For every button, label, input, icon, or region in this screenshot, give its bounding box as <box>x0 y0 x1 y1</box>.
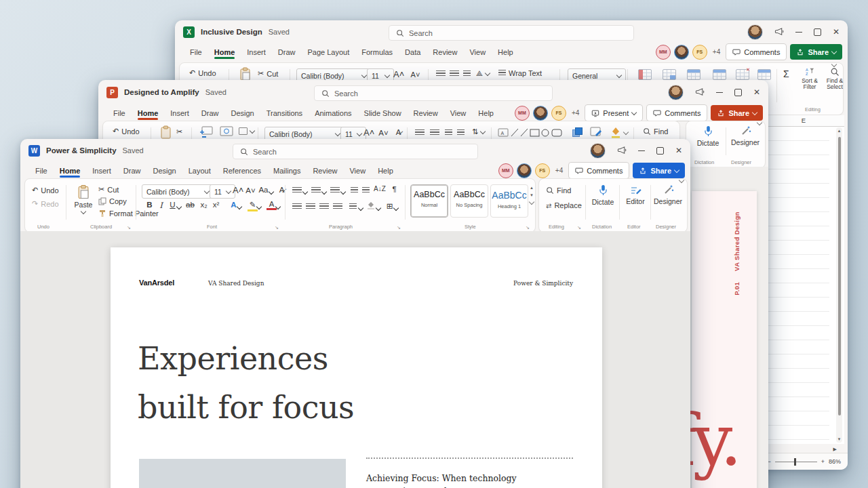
subscript-button[interactable]: x₂ <box>199 201 209 209</box>
collaborator-avatar-fs[interactable]: FS <box>692 45 707 60</box>
column-header[interactable]: E <box>763 115 844 127</box>
collaborator-avatar-photo[interactable] <box>533 106 548 121</box>
clipboard-dialog-launcher[interactable]: ↘ <box>127 225 131 230</box>
bullets-button[interactable] <box>292 187 302 194</box>
tab-design[interactable]: Design <box>147 165 181 177</box>
minimize-button[interactable] <box>638 150 645 151</box>
orientation-button[interactable]: ⟁ <box>476 69 490 78</box>
present-button[interactable]: Present <box>585 104 643 121</box>
share-button[interactable]: Share <box>790 44 842 60</box>
tab-animations[interactable]: Animations <box>309 107 357 119</box>
comments-button[interactable]: Comments <box>568 162 629 179</box>
collaborator-overflow-count[interactable]: +4 <box>572 109 579 117</box>
increase-indent-button[interactable] <box>362 187 370 194</box>
tab-insert[interactable]: Insert <box>165 107 195 119</box>
comments-button[interactable]: Comments <box>726 43 787 60</box>
grow-font-button[interactable]: A˄ <box>363 127 374 138</box>
ribbon-collapse-chevron[interactable] <box>831 62 837 67</box>
collaborator-overflow-count[interactable]: +4 <box>713 48 720 56</box>
justify-button[interactable] <box>333 203 342 210</box>
maximize-button[interactable] <box>814 28 821 36</box>
arrange-button[interactable] <box>572 127 582 136</box>
undo-button[interactable]: ↶Undo <box>32 186 59 195</box>
paragraph-dialog-launcher[interactable]: ↘ <box>397 225 401 230</box>
tab-view[interactable]: View <box>344 165 371 177</box>
tab-review[interactable]: Review <box>307 165 342 177</box>
change-case-button[interactable]: Aa <box>258 186 269 194</box>
scroll-down-arrow[interactable]: ▼ <box>836 437 842 441</box>
font-size-select[interactable]: 11 <box>210 184 235 199</box>
text-direction-button[interactable]: ⇅ <box>472 127 485 136</box>
align-right-button[interactable] <box>319 203 329 210</box>
style-no-spacing[interactable]: AaBbCc No Spacing <box>450 184 488 218</box>
share-button[interactable]: Share <box>633 163 685 178</box>
powerpoint-search-box[interactable]: Search <box>314 85 553 101</box>
collaborator-avatar-photo[interactable] <box>674 45 689 60</box>
tab-help[interactable]: Help <box>473 107 499 119</box>
collaborator-avatar-fs[interactable]: FS <box>551 106 566 121</box>
italic-button[interactable]: I <box>156 201 166 210</box>
clear-formatting-button[interactable]: A̷ <box>393 128 403 136</box>
designer-button[interactable]: Designer <box>653 184 683 205</box>
font-dialog-launcher[interactable]: ↘ <box>275 225 279 230</box>
shrink-font-button[interactable]: A˅ <box>410 70 420 79</box>
decrease-indent-button[interactable] <box>351 187 358 194</box>
slide-thumbnail[interactable]: P.01 VA Shared Design fy. <box>692 191 757 488</box>
reuse-slides-button[interactable] <box>239 127 254 135</box>
indent-increase-button[interactable] <box>457 129 465 136</box>
conditional-formatting-button[interactable] <box>638 69 652 80</box>
share-button[interactable]: Share <box>711 105 763 121</box>
find-select-button[interactable]: Find & Select <box>824 67 846 91</box>
undo-button[interactable]: ↶Undo <box>189 68 216 77</box>
paste-button[interactable] <box>239 67 251 81</box>
collaborator-overflow-count[interactable]: +4 <box>555 167 563 174</box>
tab-references[interactable]: References <box>218 165 267 177</box>
close-button[interactable]: ✕ <box>675 146 682 155</box>
tab-file[interactable]: File <box>184 46 208 58</box>
tab-help[interactable]: Help <box>372 165 399 177</box>
zoom-level[interactable]: 86% <box>829 458 841 465</box>
user-avatar[interactable] <box>668 85 684 100</box>
close-button[interactable]: ✕ <box>753 87 760 97</box>
comments-button[interactable]: Comments <box>646 104 707 121</box>
underline-button[interactable]: U <box>167 201 178 209</box>
feedback-megaphone-icon[interactable] <box>617 146 627 155</box>
designer-button[interactable]: Designer <box>730 125 761 146</box>
shrink-font-button[interactable]: A˅ <box>245 186 256 195</box>
sort-filter-button[interactable]: AZ Sort & Filter <box>798 67 821 91</box>
redo-button[interactable]: ↷Redo <box>32 199 59 208</box>
align-bottom-icon[interactable] <box>463 70 471 77</box>
multilevel-list-button[interactable] <box>330 187 340 194</box>
tab-data[interactable]: Data <box>399 46 426 58</box>
collaborator-avatar-mm[interactable]: MM <box>656 45 671 60</box>
collaborator-avatar-mm[interactable]: MM <box>515 106 530 121</box>
sort-button[interactable]: A↓Z <box>374 185 384 192</box>
maximize-button[interactable] <box>734 89 742 96</box>
vertical-scrollbar[interactable]: ▲ ▼ <box>836 127 842 443</box>
numbering-button[interactable] <box>430 129 439 136</box>
zoom-slider[interactable] <box>775 458 817 466</box>
slide-layout-button[interactable] <box>220 126 233 138</box>
tab-insert[interactable]: Insert <box>241 46 271 58</box>
feedback-megaphone-icon[interactable] <box>774 27 784 37</box>
font-color-button[interactable]: A <box>267 200 277 210</box>
format-button[interactable] <box>757 69 771 80</box>
styles-gallery-down-arrow[interactable]: ▼ <box>530 193 534 197</box>
sheet-nav-arrow[interactable]: ▶ <box>833 447 837 452</box>
cut-button[interactable]: ✂ <box>176 127 182 136</box>
wrap-text-button[interactable]: Wrap Text <box>498 69 542 77</box>
scroll-up-arrow[interactable]: ▲ <box>836 129 842 133</box>
cut-button[interactable]: ✂Cut <box>98 185 119 194</box>
tab-draw[interactable]: Draw <box>118 165 146 177</box>
shading-button[interactable] <box>367 201 375 209</box>
format-as-table-button[interactable] <box>663 69 676 80</box>
style-normal[interactable]: AaBbCc Normal <box>410 184 448 218</box>
tab-review[interactable]: Review <box>408 107 443 119</box>
minimize-button[interactable] <box>716 92 723 93</box>
font-name-select[interactable]: Calibri (Body) <box>142 184 214 199</box>
cut-button[interactable]: ✂Cut <box>258 69 278 78</box>
strikethrough-button[interactable]: ab <box>185 201 195 209</box>
shrink-font-button[interactable]: A˅ <box>378 129 389 137</box>
paste-button[interactable]: Paste <box>73 184 94 214</box>
tab-file[interactable]: File <box>108 107 131 119</box>
